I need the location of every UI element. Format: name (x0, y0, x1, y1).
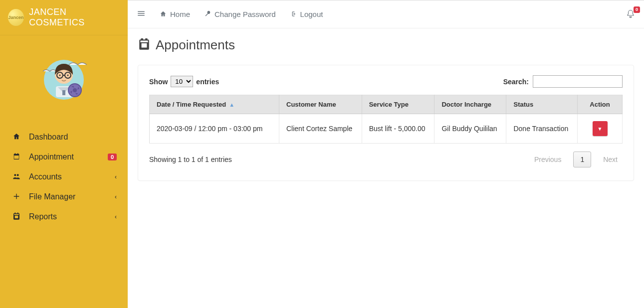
show-label-pre: Show (149, 78, 168, 86)
cell-customer: Client Cortez Sample (279, 114, 362, 144)
page-number[interactable]: 1 (573, 152, 591, 167)
svg-point-7 (59, 75, 61, 76)
logout-link[interactable]: Logout (290, 10, 323, 18)
cell-action: ▼ (578, 114, 623, 144)
table-row: 2020-03-09 / 12:00 pm - 03:00 pm Client … (150, 114, 623, 144)
entries-length: Show 10 entries (149, 76, 219, 87)
brand: Jancen JANCEN COSMETICS (0, 0, 128, 35)
topbar: Home Change Password Logout 0 (128, 0, 644, 28)
bars-icon (137, 9, 146, 18)
sidebar-item-dashboard[interactable]: Dashboard (6, 127, 122, 147)
search-input[interactable] (533, 75, 623, 88)
cell-doctor: Gil Buddy Quililan (434, 114, 506, 144)
brand-logo: Jancen (8, 9, 24, 26)
calendar-outline-icon (11, 212, 22, 221)
main-area: Home Change Password Logout 0 Appointmen (128, 0, 644, 308)
sidebar-item-label: Appointment (29, 153, 108, 161)
table-footer: Showing 1 to 1 of 1 entries Previous 1 N… (149, 152, 623, 167)
signout-icon (290, 10, 297, 18)
plus-icon (11, 192, 22, 201)
col-customer[interactable]: Customer Name (279, 95, 362, 114)
cell-status: Done Transaction (506, 114, 578, 144)
sidebar-badge: 0 (108, 154, 117, 160)
table-info: Showing 1 to 1 of 1 entries (149, 155, 232, 163)
show-label-post: entries (196, 78, 219, 86)
page-title-text: Appointments (156, 37, 235, 53)
sidebar-item-appointment[interactable]: Appointment 0 (6, 147, 122, 167)
avatar (34, 47, 94, 107)
top-link-label: Change Password (215, 10, 276, 18)
appointments-card: Show 10 entries Search: (138, 65, 634, 181)
search-label: Search: (503, 78, 529, 86)
calendar-icon (138, 38, 151, 52)
cell-service: Bust lift - 5,000.00 (362, 114, 434, 144)
chevron-left-icon: ‹ (115, 193, 117, 200)
search-box: Search: (503, 75, 623, 88)
avatar-area (0, 35, 128, 127)
appointments-table: Date / Time Requested▲ Customer Name Ser… (149, 95, 623, 144)
sidebar-item-label: Dashboard (29, 133, 117, 142)
sidebar-item-label: Accounts (29, 172, 115, 181)
content: Appointments Show 10 entries Search: (128, 28, 644, 190)
sidebar-item-accounts[interactable]: Accounts ‹ (6, 167, 122, 187)
table-controls: Show 10 entries Search: (149, 75, 623, 88)
col-status[interactable]: Status (506, 95, 578, 114)
menu-toggle-button[interactable] (137, 9, 146, 19)
svg-point-8 (67, 75, 69, 76)
next-button[interactable]: Next (598, 153, 623, 166)
col-doctor[interactable]: Doctor Incharge (434, 95, 506, 114)
notifications-button[interactable]: 0 (626, 9, 635, 19)
chevron-left-icon: ‹ (115, 173, 117, 180)
top-link-label: Logout (300, 10, 323, 18)
svg-rect-2 (62, 90, 65, 95)
users-icon (11, 172, 22, 181)
svg-point-11 (73, 88, 77, 92)
caret-down-icon: ▼ (598, 126, 603, 132)
sidebar: Jancen JANCEN COSMETICS (0, 0, 128, 308)
sidebar-nav: Dashboard Appointment 0 Accounts ‹ File … (0, 127, 128, 227)
notifications-badge: 0 (634, 6, 640, 13)
col-service[interactable]: Service Type (362, 95, 434, 114)
col-date[interactable]: Date / Time Requested▲ (150, 95, 279, 114)
prev-button[interactable]: Previous (529, 153, 566, 166)
sidebar-item-reports[interactable]: Reports ‹ (6, 207, 122, 227)
sidebar-item-label: File Manager (29, 192, 115, 201)
sort-asc-icon: ▲ (229, 102, 234, 108)
home-link[interactable]: Home (160, 10, 190, 18)
home-icon (11, 133, 22, 142)
chevron-left-icon: ‹ (115, 213, 117, 220)
wrench-icon (204, 10, 211, 18)
change-password-link[interactable]: Change Password (204, 10, 276, 18)
page-title: Appointments (138, 37, 634, 53)
top-link-label: Home (170, 10, 190, 18)
home-icon (160, 10, 167, 18)
brand-title: JANCEN COSMETICS (29, 7, 120, 28)
cell-date: 2020-03-09 / 12:00 pm - 03:00 pm (150, 114, 279, 144)
row-action-button[interactable]: ▼ (593, 121, 608, 136)
col-action[interactable]: Action (578, 95, 623, 114)
sidebar-item-label: Reports (29, 212, 115, 221)
pagination: Previous 1 Next (529, 152, 623, 167)
calendar-icon (11, 153, 22, 161)
top-links: Home Change Password Logout (160, 10, 323, 18)
sidebar-item-file-manager[interactable]: File Manager ‹ (6, 187, 122, 207)
entries-select[interactable]: 10 (171, 76, 193, 87)
